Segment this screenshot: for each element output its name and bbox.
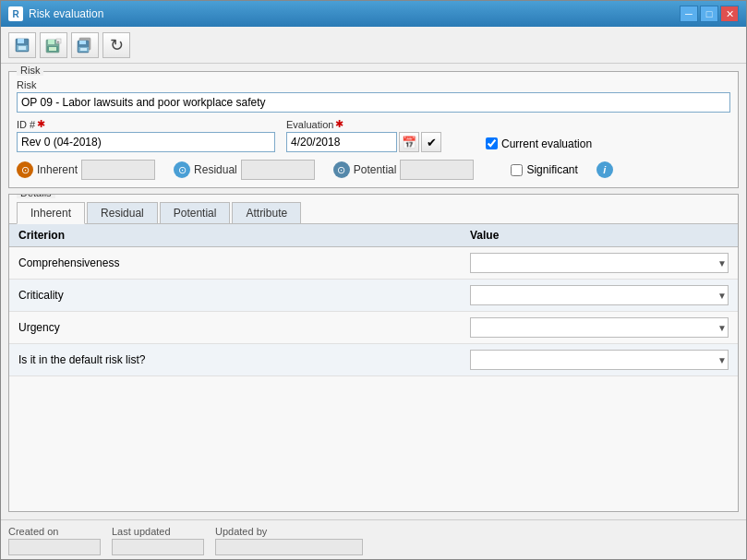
- urgency-select[interactable]: [470, 317, 729, 338]
- save-copy-icon: [77, 37, 93, 54]
- save-icon: [14, 37, 30, 54]
- value-cell: ▼: [461, 344, 738, 376]
- tab-inherent[interactable]: Inherent: [17, 202, 85, 224]
- residual-score: ⊙ Residual: [174, 160, 315, 180]
- save-copy-button[interactable]: [71, 32, 99, 58]
- criterion-header: Criterion: [9, 224, 461, 247]
- default-risk-select-wrapper: ▼: [470, 350, 729, 370]
- window-title: Risk evaluation: [29, 7, 680, 20]
- toolbar: + ↻: [1, 27, 746, 64]
- value-cell: ▼: [461, 247, 738, 280]
- maximize-button[interactable]: □: [700, 6, 718, 22]
- tab-residual[interactable]: Residual: [87, 202, 158, 223]
- inherent-input[interactable]: [81, 160, 155, 180]
- svg-rect-12: [79, 41, 86, 44]
- criticality-select-wrapper: ▼: [470, 285, 729, 305]
- potential-input[interactable]: [400, 160, 474, 180]
- created-on-field: Created on: [8, 526, 101, 555]
- current-eval-label: Current evaluation: [501, 137, 592, 150]
- details-group: Details Inherent Residual Potential Attr…: [8, 194, 739, 512]
- footer: Created on Last updated Updated by: [1, 519, 746, 559]
- id-label: ID # ✱: [17, 118, 275, 130]
- criterion-cell: Comprehensiveness: [9, 247, 461, 280]
- window-controls: ─ □ ✕: [680, 6, 739, 22]
- save-as-icon: +: [45, 37, 62, 54]
- inherent-score: ⊙ Inherent: [17, 160, 155, 180]
- residual-input[interactable]: [241, 160, 315, 180]
- id-required-star: ✱: [37, 118, 45, 130]
- risk-field-row: Risk: [17, 79, 730, 113]
- current-eval-col: Current evaluation: [486, 135, 592, 152]
- main-window: R Risk evaluation ─ □ ✕ +: [0, 0, 747, 560]
- main-content: Risk Risk ID # ✱ Evaluation: [1, 64, 746, 519]
- default-risk-select[interactable]: [470, 350, 729, 370]
- updated-by-label: Updated by: [215, 526, 363, 537]
- value-cell: ▼: [461, 312, 738, 344]
- tab-potential[interactable]: Potential: [160, 202, 231, 223]
- residual-icon: ⊙: [174, 161, 190, 178]
- window-icon: R: [8, 6, 23, 21]
- comprehensiveness-select-wrapper: ▼: [470, 253, 729, 273]
- risk-group-label: Risk: [17, 65, 43, 76]
- minimize-button[interactable]: ─: [680, 6, 698, 22]
- eval-required-star: ✱: [335, 118, 343, 130]
- last-updated-label: Last updated: [112, 526, 204, 537]
- last-updated-field: Last updated: [112, 526, 204, 555]
- value-header: Value: [461, 224, 738, 247]
- svg-rect-14: [80, 48, 87, 51]
- tabs-container: Inherent Residual Potential Attribute: [9, 202, 738, 224]
- svg-rect-1: [18, 39, 24, 43]
- created-on-input[interactable]: [8, 539, 101, 555]
- significant-row: Significant: [511, 163, 577, 176]
- risk-scores-row: ⊙ Inherent ⊙ Residual ⊙ Potential Signif…: [17, 160, 730, 180]
- inherent-label: Inherent: [37, 163, 78, 176]
- criterion-cell: Urgency: [9, 312, 461, 344]
- svg-rect-3: [18, 46, 26, 50]
- potential-icon: ⊙: [333, 161, 350, 178]
- eval-date-input[interactable]: [286, 132, 397, 152]
- comprehensiveness-select[interactable]: [470, 253, 729, 273]
- save-button[interactable]: [8, 32, 36, 58]
- criterion-cell: Criticality: [9, 280, 461, 312]
- tab-content: Criterion Value Comprehensiveness: [9, 224, 738, 511]
- criteria-table: Criterion Value Comprehensiveness: [9, 224, 738, 376]
- value-cell: ▼: [461, 280, 738, 312]
- svg-text:+: +: [57, 38, 60, 43]
- id-col: ID # ✱: [17, 118, 275, 152]
- risk-group: Risk Risk ID # ✱ Evaluation: [8, 71, 739, 188]
- save-as-button[interactable]: +: [40, 32, 67, 58]
- urgency-select-wrapper: ▼: [470, 317, 729, 338]
- info-button[interactable]: i: [596, 161, 613, 178]
- id-input[interactable]: [17, 132, 275, 152]
- residual-label: Residual: [194, 163, 237, 176]
- svg-rect-5: [48, 40, 54, 44]
- empty-area: [9, 376, 738, 413]
- current-eval-checkbox[interactable]: [486, 137, 498, 149]
- significant-label: Significant: [526, 163, 577, 176]
- updated-by-field: Updated by: [215, 526, 363, 555]
- details-group-label: Details: [17, 194, 55, 198]
- refresh-button[interactable]: ↻: [102, 32, 130, 58]
- svg-rect-7: [49, 47, 56, 51]
- eval-check-button[interactable]: ✔: [421, 132, 441, 152]
- last-updated-input[interactable]: [112, 539, 204, 555]
- eval-input-row: 📅 ✔: [286, 132, 471, 152]
- significant-checkbox[interactable]: [511, 164, 523, 176]
- calendar-button[interactable]: 📅: [399, 132, 419, 152]
- criticality-select[interactable]: [470, 285, 729, 305]
- criterion-cell: Is it in the default risk list?: [9, 344, 461, 376]
- risk-field-label: Risk: [17, 79, 730, 90]
- risk-input[interactable]: [17, 92, 730, 113]
- title-bar: R Risk evaluation ─ □ ✕: [1, 1, 746, 27]
- table-row: Comprehensiveness ▼: [9, 247, 738, 280]
- table-row: Criticality ▼: [9, 280, 738, 312]
- table-row: Urgency ▼: [9, 312, 738, 344]
- potential-score: ⊙ Potential: [333, 160, 475, 180]
- refresh-icon: ↻: [110, 35, 124, 55]
- tab-attribute[interactable]: Attribute: [232, 202, 301, 223]
- updated-by-input[interactable]: [215, 539, 363, 555]
- potential-label: Potential: [354, 163, 397, 176]
- table-row: Is it in the default risk list? ▼: [9, 344, 738, 376]
- eval-col: Evaluation ✱ 📅 ✔: [286, 118, 471, 152]
- close-button[interactable]: ✕: [720, 6, 739, 22]
